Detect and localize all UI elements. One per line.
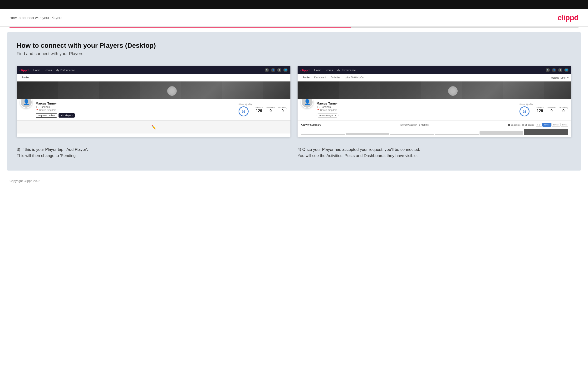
nav-teams-1[interactable]: Teams xyxy=(44,69,52,72)
player-handicap-1: 1-5 Handicap xyxy=(36,106,235,108)
nav-icons-2: 🔍 👤 ⚙ 🌐 xyxy=(546,68,569,72)
nav-home-1[interactable]: Home xyxy=(33,69,40,72)
activities-stat-2: Activities 129 xyxy=(536,106,544,113)
breadcrumb: How to connect with your Players xyxy=(9,16,62,20)
bar-3 xyxy=(390,134,434,135)
app-tabs-2: Profile Dashboard Activities What To Wor… xyxy=(298,74,571,82)
legend-off-course: Off course xyxy=(522,124,534,126)
legend-on-course: On course xyxy=(508,124,521,126)
stats-row-2: Player Quality 92 Activities 129 Followe… xyxy=(519,103,568,117)
site-footer: Copyright Clippd 2022 xyxy=(0,175,588,186)
activity-title: Activity Summary xyxy=(301,124,321,126)
activities-stat-1: Activities 129 xyxy=(255,106,263,113)
following-stat-1: Following 0 xyxy=(278,106,287,113)
search-icon-1[interactable]: 🔍 xyxy=(265,68,269,72)
bar-6 xyxy=(524,129,568,135)
nav-performance-2[interactable]: My Performance xyxy=(337,69,356,72)
screenshot-bottom-1: ✏️ xyxy=(17,120,290,133)
avatar-icon-2[interactable]: 🌐 xyxy=(564,68,569,72)
followers-stat-1: Followers 0 xyxy=(266,106,275,113)
top-bar xyxy=(0,0,588,9)
user-icon-2[interactable]: 👤 xyxy=(552,68,556,72)
nav-teams-2[interactable]: Teams xyxy=(325,69,333,72)
location-pin-icon-2: 📍 xyxy=(317,109,320,111)
period-6mths[interactable]: 6 mths xyxy=(542,123,551,127)
period-1mth[interactable]: 1 mth xyxy=(560,123,568,127)
activity-summary: Activity Summary Monthly Activity - 6 Mo… xyxy=(298,120,571,137)
settings-icon-2[interactable]: ⚙ xyxy=(558,68,562,72)
main-subtitle: Find and connect with your Players xyxy=(17,51,571,56)
player-handicap-2: 1-5 Handicap xyxy=(317,106,516,108)
hero-image-1 xyxy=(17,82,290,99)
caption-3-text: 3) If this is your Player tap, 'Add Play… xyxy=(17,147,290,159)
period-3mths[interactable]: 3 mths xyxy=(551,123,560,127)
site-logo: clippd xyxy=(558,13,579,22)
stats-row-1: Player Quality 92 Activities 129 Followe… xyxy=(239,103,287,117)
add-player-button-1[interactable]: Add Player + xyxy=(59,113,75,117)
tab-what-to-work-on-2[interactable]: What To Work On xyxy=(343,74,366,81)
location-pin-icon-1: 📍 xyxy=(36,109,39,111)
nav-performance-1[interactable]: My Performance xyxy=(56,69,75,72)
player-name-2: Marcus Turner xyxy=(317,102,516,105)
app-nav-2: clippd Home Teams My Performance 🔍 👤 ⚙ 🌐 xyxy=(298,66,571,74)
quality-stat-2: Player Quality 92 xyxy=(519,103,533,117)
tab-profile-2[interactable]: Profile xyxy=(300,74,312,81)
hero-image-2 xyxy=(298,82,571,99)
period-buttons: 1 yr 6 mths 3 mths 1 mth xyxy=(536,123,568,127)
edit-icon-1: ✏️ xyxy=(151,125,156,129)
quality-circle-2: 92 xyxy=(519,106,529,117)
caption-4-text: 4) Once your Player has accepted your re… xyxy=(298,147,571,159)
tab-profile-1[interactable]: Profile xyxy=(19,74,31,81)
user-icon-1[interactable]: 👤 xyxy=(271,68,275,72)
main-title: How to connect with your Players (Deskto… xyxy=(17,42,571,50)
app-tabs-1: Profile xyxy=(17,74,290,82)
bar-1 xyxy=(301,134,345,135)
nav-home-2[interactable]: Home xyxy=(314,69,321,72)
period-1yr[interactable]: 1 yr xyxy=(536,123,542,127)
caption-3: 3) If this is your Player tap, 'Add Play… xyxy=(17,147,290,159)
screenshots-row: clippd Home Teams My Performance 🔍 👤 ⚙ 🌐… xyxy=(17,66,571,137)
profile-info-1: Marcus Turner 1-5 Handicap 📍 United King… xyxy=(36,102,235,117)
activity-controls: On course Off course 1 yr 6 mths 3 mths … xyxy=(508,123,568,127)
player-location-1: 📍 United Kingdom xyxy=(36,109,235,111)
activity-chart xyxy=(301,128,568,135)
profile-section-2: 👤 Marcus Turner 1-5 Handicap 📍 United Ki… xyxy=(298,99,571,120)
tab-user-2: Marcus Turner ▾ xyxy=(551,74,569,81)
quality-circle-1: 92 xyxy=(239,106,249,117)
quality-stat-1: Player Quality 92 xyxy=(239,103,252,117)
profile-info-2: Marcus Turner 1-5 Handicap 📍 United King… xyxy=(317,102,516,117)
site-header: How to connect with your Players clippd xyxy=(0,9,588,27)
profile-buttons-2: Remove Player ✕ xyxy=(317,113,516,117)
captions-row: 3) If this is your Player tap, 'Add Play… xyxy=(17,147,571,159)
following-stat-2: Following 0 xyxy=(559,106,568,113)
nav-icons-1: 🔍 👤 ⚙ 🌐 xyxy=(265,68,288,72)
search-icon-2[interactable]: 🔍 xyxy=(546,68,550,72)
tab-activities-2[interactable]: Activities xyxy=(328,74,342,81)
activity-period: Monthly Activity - 6 Months xyxy=(400,124,429,126)
screenshot-2: clippd Home Teams My Performance 🔍 👤 ⚙ 🌐… xyxy=(298,66,571,137)
followers-stat-2: Followers 0 xyxy=(547,106,556,113)
on-course-dot xyxy=(508,124,510,126)
profile-section-1: 👤 Marcus Turner 1-5 Handicap 📍 United Ki… xyxy=(17,99,290,120)
nav-logo-1: clippd xyxy=(19,68,28,72)
caption-4: 4) Once your Player has accepted your re… xyxy=(298,147,571,159)
main-content: How to connect with your Players (Deskto… xyxy=(7,32,581,171)
profile-buttons-1: Request to Follow Add Player + xyxy=(36,113,235,117)
screenshot-1: clippd Home Teams My Performance 🔍 👤 ⚙ 🌐… xyxy=(17,66,290,137)
avatar-icon-1[interactable]: 🌐 xyxy=(283,68,288,72)
nav-logo-2: clippd xyxy=(300,68,310,72)
bar-5 xyxy=(480,131,524,135)
bar-4 xyxy=(435,134,479,135)
copyright-text: Copyright Clippd 2022 xyxy=(9,179,40,183)
off-course-dot xyxy=(522,124,524,126)
tab-dashboard-2[interactable]: Dashboard xyxy=(312,74,328,81)
player-location-2: 📍 United Kingdom xyxy=(317,109,516,111)
player-name-1: Marcus Turner xyxy=(36,102,235,105)
header-divider xyxy=(9,27,579,28)
app-nav-1: clippd Home Teams My Performance 🔍 👤 ⚙ 🌐 xyxy=(17,66,290,74)
follow-button-1[interactable]: Request to Follow xyxy=(36,113,57,117)
remove-player-button[interactable]: Remove Player ✕ xyxy=(317,113,338,117)
bar-2 xyxy=(346,133,390,135)
settings-icon-1[interactable]: ⚙ xyxy=(277,68,281,72)
activity-header: Activity Summary Monthly Activity - 6 Mo… xyxy=(301,123,568,127)
